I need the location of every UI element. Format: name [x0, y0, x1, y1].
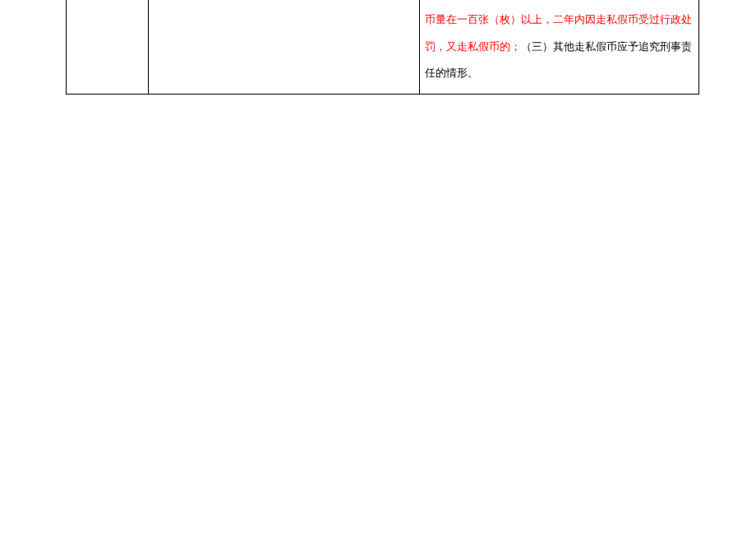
table-cell-col3: 币量在一百张（枚）以上，二年内因走私假币受过行政处罚，又走私假币的；（三）其他走… [420, 0, 699, 94]
table-cell-col2 [149, 0, 420, 94]
table-row: 币量在一百张（枚）以上，二年内因走私假币受过行政处罚，又走私假币的；（三）其他走… [67, 0, 699, 94]
table-cell-col1 [67, 0, 149, 94]
table-container: 币量在一百张（枚）以上，二年内因走私假币受过行政处罚，又走私假币的；（三）其他走… [66, 0, 698, 95]
document-table: 币量在一百张（枚）以上，二年内因走私假币受过行政处罚，又走私假币的；（三）其他走… [66, 0, 699, 95]
